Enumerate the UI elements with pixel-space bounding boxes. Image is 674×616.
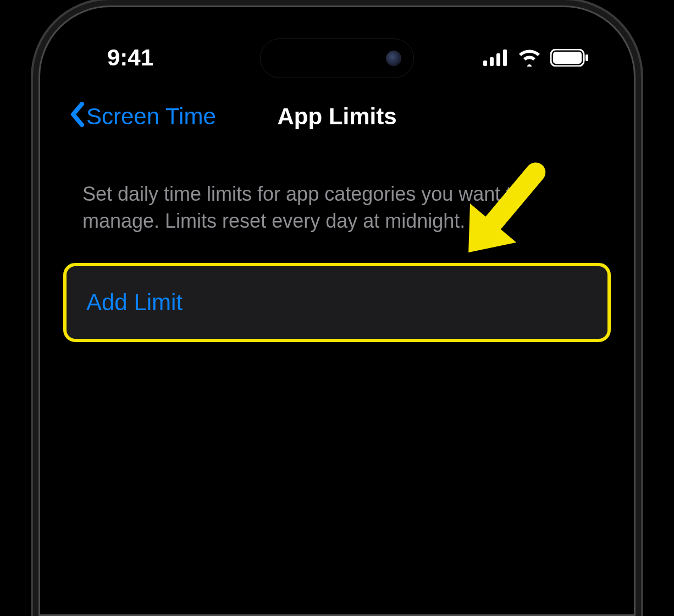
add-limit-button[interactable]: Add Limit [63,263,611,342]
back-button[interactable]: Screen Time [69,102,216,131]
svg-rect-1 [490,57,494,66]
status-time: 9:41 [107,45,153,71]
cellular-signal-icon [483,50,509,66]
status-indicators [483,49,589,67]
front-camera [386,51,401,66]
page-title: App Limits [278,103,397,130]
svg-rect-6 [585,54,588,61]
dynamic-island [260,38,414,78]
svg-rect-5 [553,52,582,64]
navigation-bar: Screen Time App Limits [52,80,622,148]
volume-down-button [32,443,35,539]
volume-mute-switch [32,258,35,314]
volume-up-button [32,330,35,426]
svg-rect-0 [483,61,487,66]
description-text: Set daily time limits for app categories… [52,148,622,251]
back-button-label: Screen Time [86,103,216,130]
iphone-frame: 9:41 [38,6,636,616]
wifi-icon [517,49,542,67]
chevron-left-icon [69,102,84,131]
svg-rect-3 [503,50,507,66]
svg-rect-2 [496,53,500,66]
screen: 9:41 [52,19,622,614]
power-button [639,352,642,506]
battery-icon [550,49,589,67]
add-limit-label: Add Limit [86,289,588,316]
